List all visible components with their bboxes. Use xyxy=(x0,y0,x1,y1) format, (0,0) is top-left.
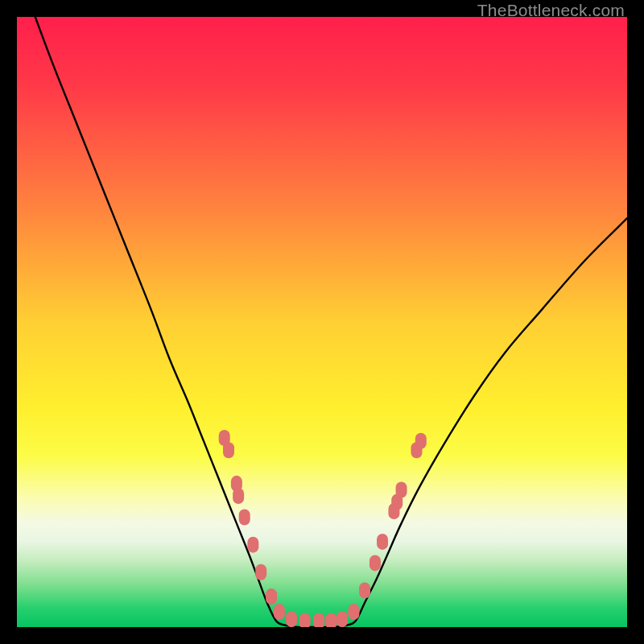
data-marker xyxy=(286,611,297,627)
bottleneck-chart xyxy=(17,17,627,627)
data-marker xyxy=(377,534,388,550)
data-marker xyxy=(223,442,234,458)
chart-frame xyxy=(17,17,627,627)
data-marker xyxy=(313,613,324,627)
data-marker xyxy=(336,611,348,627)
data-marker xyxy=(415,433,427,449)
data-marker xyxy=(233,488,244,504)
data-marker xyxy=(274,604,285,620)
watermark-text: TheBottleneck.com xyxy=(477,1,625,20)
data-marker xyxy=(299,613,311,627)
data-marker xyxy=(348,604,359,620)
data-marker xyxy=(396,481,407,497)
data-marker xyxy=(247,537,258,553)
data-marker xyxy=(325,613,336,627)
data-marker xyxy=(239,510,250,526)
chart-gradient-background xyxy=(17,17,627,627)
data-marker xyxy=(369,555,381,571)
data-marker xyxy=(255,564,266,580)
data-marker xyxy=(266,588,277,605)
data-marker xyxy=(359,583,370,599)
